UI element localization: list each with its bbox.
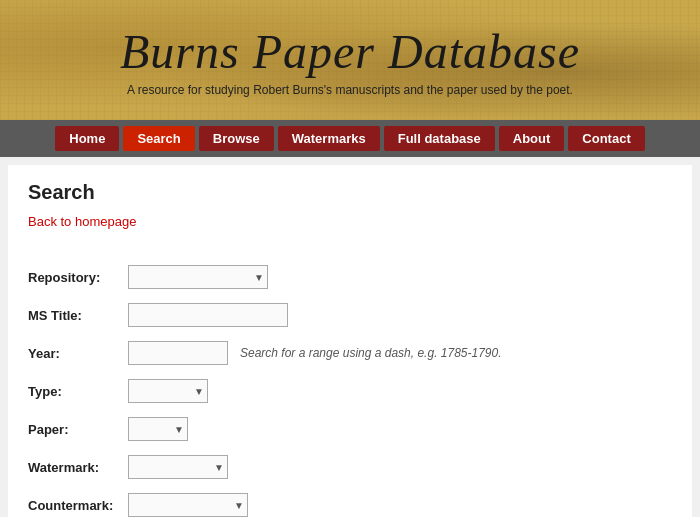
- site-title: Burns Paper Database: [120, 24, 580, 79]
- watermark-select[interactable]: [128, 455, 228, 479]
- ms-title-label: MS Title:: [28, 308, 128, 323]
- nav-home[interactable]: Home: [55, 126, 119, 151]
- paper-label: Paper:: [28, 422, 128, 437]
- page-title: Search: [28, 181, 672, 204]
- type-label: Type:: [28, 384, 128, 399]
- nav-browse[interactable]: Browse: [199, 126, 274, 151]
- main-content: Search Back to homepage Repository: ▼ MS…: [8, 165, 692, 517]
- repository-row: Repository: ▼: [28, 265, 672, 289]
- watermark-select-wrapper: ▼: [128, 455, 228, 479]
- repository-label: Repository:: [28, 270, 128, 285]
- type-select-wrapper: ▼: [128, 379, 208, 403]
- countermark-select[interactable]: [128, 493, 248, 517]
- year-label: Year:: [28, 346, 128, 361]
- nav-watermarks[interactable]: Watermarks: [278, 126, 380, 151]
- nav-full-database[interactable]: Full database: [384, 126, 495, 151]
- paper-select[interactable]: [128, 417, 188, 441]
- repository-select-wrapper: ▼: [128, 265, 268, 289]
- countermark-select-wrapper: ▼: [128, 493, 248, 517]
- year-row: Year: Search for a range using a dash, e…: [28, 341, 672, 365]
- watermark-row: Watermark: ▼: [28, 455, 672, 479]
- nav-contact[interactable]: Contact: [568, 126, 644, 151]
- site-header: Burns Paper Database A resource for stud…: [0, 0, 700, 120]
- main-nav: Home Search Browse Watermarks Full datab…: [0, 120, 700, 157]
- back-to-homepage-link[interactable]: Back to homepage: [28, 214, 136, 229]
- paper-select-wrapper: ▼: [128, 417, 188, 441]
- year-hint: Search for a range using a dash, e.g. 17…: [240, 346, 502, 360]
- nav-search[interactable]: Search: [123, 126, 194, 151]
- watermark-label: Watermark:: [28, 460, 128, 475]
- type-row: Type: ▼: [28, 379, 672, 403]
- search-form: Repository: ▼ MS Title: Year: Search for…: [28, 265, 672, 517]
- site-subtitle: A resource for studying Robert Burns's m…: [127, 83, 573, 97]
- ms-title-input[interactable]: [128, 303, 288, 327]
- repository-select[interactable]: [128, 265, 268, 289]
- paper-row: Paper: ▼: [28, 417, 672, 441]
- ms-title-row: MS Title:: [28, 303, 672, 327]
- nav-about[interactable]: About: [499, 126, 565, 151]
- year-input[interactable]: [128, 341, 228, 365]
- countermark-row: Countermark: ▼: [28, 493, 672, 517]
- type-select[interactable]: [128, 379, 208, 403]
- countermark-label: Countermark:: [28, 498, 128, 513]
